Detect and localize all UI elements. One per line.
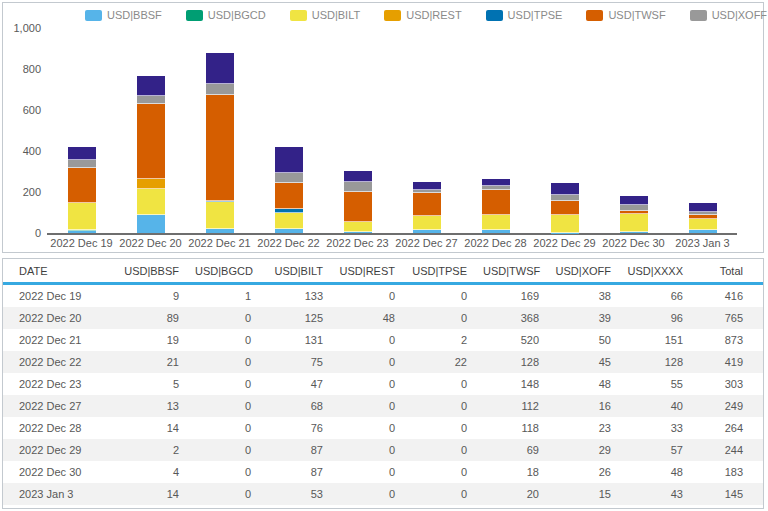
x-tick-label: 2022 Dec 23 [323,237,392,249]
legend-label: USD|BBSF [107,9,162,21]
bar-segment-usd-bilt[interactable] [275,213,303,228]
row-value-cell: 29 [547,439,619,461]
legend-item-usd-rest[interactable]: USD|REST [384,9,461,21]
row-date-cell: 2022 Dec 20 [3,307,115,329]
bar-segment-usd-bilt[interactable] [551,215,579,233]
bar-slot-2022-dec-27 [392,28,461,233]
table-row: 2022 Dec 29208700692957244 [3,439,763,461]
row-value-cell: 0 [187,351,259,373]
bar-segment-usd-bbsf[interactable] [137,215,165,233]
bar-segment-usd-twsf[interactable] [137,104,165,179]
row-value-cell: 0 [187,395,259,417]
bar-segment-usd-xxxx[interactable] [551,183,579,195]
bar-segment-usd-bbsf[interactable] [689,230,717,233]
row-value-cell: 40 [619,395,691,417]
row-value-cell: 5 [115,373,187,395]
legend-item-usd-bbsf[interactable]: USD|BBSF [85,9,162,21]
bar-segment-usd-twsf[interactable] [482,190,510,214]
row-value-cell: 368 [475,307,547,329]
bar-segment-usd-xxxx[interactable] [206,53,234,84]
bar-segment-usd-xxxx[interactable] [344,171,372,182]
bar-segment-usd-bbsf[interactable] [482,230,510,233]
bar-segment-usd-xxxx[interactable] [620,196,648,206]
legend-item-usd-bgcd[interactable]: USD|BGCD [186,9,266,21]
bar-segment-usd-xoff[interactable] [275,173,303,182]
bar-segment-usd-xoff[interactable] [344,182,372,192]
row-value-cell: 96 [619,307,691,329]
row-value-cell: 2 [115,439,187,461]
y-tick-label: 0 [35,227,41,239]
row-value-cell: 244 [691,439,763,461]
bar-segment-usd-bilt[interactable] [482,215,510,231]
row-value-cell: 0 [187,417,259,439]
bar-segment-usd-bbsf[interactable] [620,232,648,233]
column-header-usd-twsf: USD|TWSF [475,259,547,284]
bar-segment-usd-xxxx[interactable] [482,179,510,186]
bar-slot-2022-dec-29 [530,28,599,233]
column-header-usd-tpse: USD|TPSE [403,259,475,284]
bar-slot-2022-dec-23 [323,28,392,233]
row-value-cell: 873 [691,329,763,351]
row-date-cell: 2022 Dec 27 [3,395,115,417]
bar-segment-usd-bbsf[interactable] [68,231,96,233]
stacked-bar-2022-dec-23 [344,171,372,233]
x-tick-label: 2022 Dec 29 [530,237,599,249]
row-value-cell: 45 [547,351,619,373]
bar-segment-usd-xxxx[interactable] [68,147,96,161]
bar-segment-usd-bilt[interactable] [413,216,441,230]
bar-segment-usd-bbsf[interactable] [206,229,234,233]
row-value-cell: 0 [187,461,259,483]
row-value-cell: 131 [259,329,331,351]
legend-item-usd-xoff[interactable]: USD|XOFF [690,9,767,21]
bar-segment-usd-bilt[interactable] [68,203,96,230]
row-value-cell: 0 [331,284,403,308]
table-body: 2022 Dec 19911330016938664162022 Dec 208… [3,284,763,506]
legend-item-usd-twsf[interactable]: USD|TWSF [586,9,665,21]
row-value-cell: 133 [259,284,331,308]
bar-segment-usd-bilt[interactable] [344,222,372,232]
bar-segment-usd-bilt[interactable] [689,219,717,230]
row-value-cell: 145 [691,483,763,505]
bar-segment-usd-xoff[interactable] [68,160,96,168]
row-value-cell: 0 [331,483,403,505]
bar-segment-usd-twsf[interactable] [551,201,579,215]
row-value-cell: 303 [691,373,763,395]
bar-segment-usd-bbsf[interactable] [275,229,303,233]
bar-segment-usd-xxxx[interactable] [413,182,441,190]
bar-segment-usd-bilt[interactable] [620,214,648,232]
column-header-usd-xoff: USD|XOFF [547,259,619,284]
bar-segment-usd-xxxx[interactable] [137,76,165,96]
x-tick-label: 2022 Dec 22 [254,237,323,249]
bar-segment-usd-twsf[interactable] [68,168,96,203]
table-row: 2023 Jan 31405300201543145 [3,483,763,505]
row-value-cell: 128 [619,351,691,373]
bar-segment-usd-twsf[interactable] [344,192,372,222]
bar-segment-usd-bbsf[interactable] [344,232,372,233]
bar-segment-usd-xoff[interactable] [137,96,165,104]
row-value-cell: 50 [547,329,619,351]
column-header-usd-rest: USD|REST [331,259,403,284]
bar-segment-usd-twsf[interactable] [275,183,303,209]
bar-segment-usd-bilt[interactable] [137,189,165,215]
legend-swatch-icon [586,10,603,21]
bar-slot-2022-dec-20 [116,28,185,233]
bar-segment-usd-twsf[interactable] [206,95,234,202]
bar-slot-2023-jan-3 [668,28,737,233]
legend-item-usd-tpse[interactable]: USD|TPSE [486,9,563,21]
bar-segment-usd-bilt[interactable] [206,202,234,229]
legend-item-usd-bilt[interactable]: USD|BILT [290,9,361,21]
bar-segment-usd-xoff[interactable] [206,84,234,94]
bar-segment-usd-rest[interactable] [137,179,165,189]
row-value-cell: 48 [619,461,691,483]
row-value-cell: 0 [331,351,403,373]
bar-segment-usd-xxxx[interactable] [275,147,303,173]
row-value-cell: 0 [331,373,403,395]
bar-segment-usd-bbsf[interactable] [413,230,441,233]
row-value-cell: 48 [331,307,403,329]
row-value-cell: 55 [619,373,691,395]
bar-segment-usd-twsf[interactable] [413,193,441,216]
row-value-cell: 20 [475,483,547,505]
row-value-cell: 0 [403,461,475,483]
bar-segment-usd-xxxx[interactable] [689,203,717,212]
legend-label: USD|TPSE [508,9,563,21]
